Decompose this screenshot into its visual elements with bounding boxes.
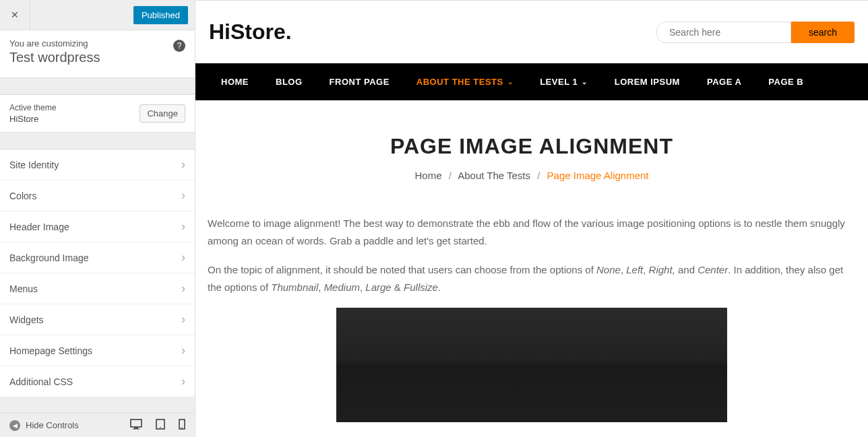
section-label: Background Image: [9, 253, 89, 263]
mobile-preview-icon[interactable]: [179, 419, 185, 432]
text: On the topic of alignment, it should be …: [208, 264, 596, 275]
customizing-header: You are customizing Test wordpress ?: [0, 30, 195, 78]
nav-label: ABOUT THE TESTS: [416, 77, 503, 87]
nav-level-1[interactable]: LEVEL 1⌄: [526, 63, 601, 100]
nav-label: PAGE A: [707, 77, 741, 87]
content-image: [336, 308, 727, 422]
nav-home[interactable]: HOME: [208, 63, 262, 100]
section-colors[interactable]: Colors ›: [0, 180, 195, 211]
em-text: None: [596, 264, 621, 275]
chevron-right-icon: ›: [181, 158, 185, 172]
search-input[interactable]: [656, 22, 791, 43]
svg-rect-2: [133, 429, 140, 430]
brand-text: HiStore: [209, 20, 286, 44]
text: &: [392, 281, 404, 293]
em-text: Left: [626, 264, 643, 275]
text: .: [438, 281, 441, 293]
page-hero: PAGE IMAGE ALIGNMENT Home / About The Te…: [195, 100, 868, 201]
nav-label: BLOG: [276, 77, 303, 87]
help-icon[interactable]: ?: [173, 40, 185, 52]
section-label: Menus: [9, 283, 38, 294]
nav-label: LEVEL 1: [540, 77, 578, 87]
close-icon: ✕: [11, 9, 19, 20]
breadcrumb-separator: /: [449, 170, 452, 181]
hide-controls-button[interactable]: ◀ Hide Controls: [9, 420, 79, 431]
publish-button[interactable]: Published: [133, 6, 188, 24]
section-label: Colors: [9, 191, 36, 201]
tablet-preview-icon[interactable]: [156, 419, 165, 432]
breadcrumb-parent[interactable]: About The Tests: [458, 170, 530, 181]
main-nav: HOME BLOG FRONT PAGE ABOUT THE TESTS⌄ LE…: [195, 63, 868, 100]
customizing-label: You are customizing: [9, 38, 185, 48]
svg-rect-1: [134, 428, 138, 429]
collapse-icon: ◀: [9, 420, 20, 431]
page-content: Welcome to image alignment! The best way…: [195, 201, 868, 436]
svg-point-6: [181, 427, 183, 428]
device-preview-toggles: [130, 419, 185, 432]
nav-label: FRONT PAGE: [330, 77, 390, 87]
svg-point-4: [160, 427, 161, 428]
text: ,: [643, 264, 648, 275]
section-label: Homepage Settings: [9, 345, 92, 356]
hide-controls-label: Hide Controls: [26, 420, 79, 430]
chevron-right-icon: ›: [181, 312, 185, 327]
nav-label: LOREM IPSUM: [615, 77, 680, 87]
em-text: Medium: [324, 281, 360, 293]
nav-front-page[interactable]: FRONT PAGE: [316, 63, 403, 100]
section-widgets[interactable]: Widgets ›: [0, 304, 195, 335]
active-theme-label: Active theme: [9, 103, 56, 112]
section-label: Additional CSS: [9, 376, 73, 387]
section-header-image[interactable]: Header Image ›: [0, 211, 195, 242]
nav-page-b[interactable]: PAGE B: [755, 63, 817, 100]
change-theme-button[interactable]: Change: [140, 104, 185, 123]
em-text: Thumbnail: [271, 281, 318, 293]
section-site-identity[interactable]: Site Identity ›: [0, 149, 195, 180]
breadcrumb-home[interactable]: Home: [414, 170, 441, 181]
em-text: Center: [698, 264, 728, 275]
nav-page-a[interactable]: PAGE A: [693, 63, 755, 100]
section-homepage-settings[interactable]: Homepage Settings ›: [0, 335, 195, 366]
page-title: PAGE IMAGE ALIGNMENT: [209, 134, 855, 159]
em-text: Right,: [649, 264, 675, 275]
nav-blog[interactable]: BLOG: [262, 63, 316, 100]
section-additional-css[interactable]: Additional CSS ›: [0, 366, 195, 397]
chevron-right-icon: ›: [181, 250, 185, 265]
section-label: Header Image: [9, 222, 69, 232]
customizer-sections: Site Identity › Colors › Header Image › …: [0, 149, 195, 397]
em-text: Fullsize: [404, 281, 438, 293]
text: and: [675, 264, 698, 275]
breadcrumb-current: Page Image Alignment: [547, 170, 649, 181]
section-menus[interactable]: Menus ›: [0, 273, 195, 304]
svg-rect-0: [131, 419, 142, 427]
sidebar-footer: ◀ Hide Controls: [0, 413, 195, 437]
text: ,: [318, 281, 323, 293]
brand-dot: .: [286, 20, 292, 44]
section-background-image[interactable]: Background Image ›: [0, 242, 195, 273]
chevron-right-icon: ›: [181, 189, 185, 203]
nav-label: HOME: [221, 77, 249, 87]
search-form: search: [656, 22, 855, 43]
search-button[interactable]: search: [791, 22, 855, 43]
chevron-right-icon: ›: [181, 343, 185, 358]
site-header: HiStore. search: [195, 1, 868, 63]
text: ,: [621, 264, 626, 275]
theme-name: HiStore: [9, 114, 56, 124]
site-title: Test wordpress: [9, 50, 185, 65]
spacer: [0, 78, 195, 94]
em-text: Large: [365, 281, 391, 293]
breadcrumb-separator: /: [537, 170, 540, 181]
content-paragraph: Welcome to image alignment! The best way…: [208, 215, 856, 249]
desktop-preview-icon[interactable]: [130, 419, 142, 432]
sidebar-top-bar: ✕ Published: [0, 0, 195, 30]
chevron-down-icon: ⌄: [582, 78, 588, 86]
close-customizer-button[interactable]: ✕: [0, 0, 30, 30]
nav-label: PAGE B: [768, 77, 803, 87]
breadcrumb: Home / About The Tests / Page Image Alig…: [209, 170, 855, 181]
active-theme-box: Active theme HiStore Change: [0, 94, 195, 133]
chevron-right-icon: ›: [181, 281, 185, 296]
nav-lorem-ipsum[interactable]: LOREM IPSUM: [601, 63, 693, 100]
nav-about-the-tests[interactable]: ABOUT THE TESTS⌄: [403, 63, 526, 100]
customizer-sidebar: ✕ Published You are customizing Test wor…: [0, 0, 195, 437]
site-logo[interactable]: HiStore.: [209, 20, 292, 44]
section-label: Widgets: [9, 314, 44, 325]
